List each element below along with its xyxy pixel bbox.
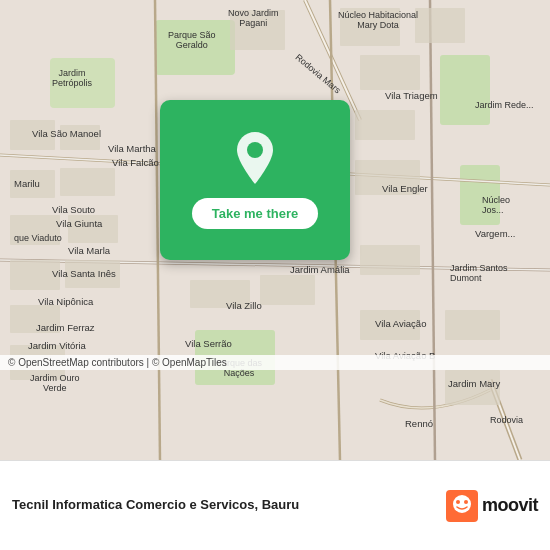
footer: Tecnil Informatica Comercio e Servicos, … <box>0 460 550 550</box>
svg-rect-25 <box>10 305 60 333</box>
map-container: Núcleo HabitacionalMary Dota Novo Jardim… <box>0 0 550 460</box>
footer-text: Tecnil Informatica Comercio e Servicos, … <box>12 496 446 514</box>
svg-point-45 <box>453 495 471 513</box>
svg-rect-4 <box>440 55 490 125</box>
svg-rect-21 <box>10 215 60 245</box>
svg-rect-40 <box>230 10 285 50</box>
moovit-face-icon <box>446 490 478 522</box>
svg-rect-20 <box>60 168 115 196</box>
moovit-brand-text: moovit <box>482 495 538 516</box>
svg-rect-17 <box>10 120 55 150</box>
destination-title: Tecnil Informatica Comercio e Servicos, … <box>12 496 446 514</box>
svg-rect-22 <box>68 215 118 243</box>
svg-rect-36 <box>360 245 420 275</box>
svg-rect-33 <box>360 55 420 90</box>
svg-rect-39 <box>445 370 500 405</box>
directions-card: Take me there <box>160 100 350 260</box>
svg-rect-31 <box>190 280 250 308</box>
svg-rect-2 <box>50 58 115 108</box>
svg-rect-35 <box>355 160 420 195</box>
svg-rect-23 <box>10 260 60 290</box>
take-me-there-button[interactable]: Take me there <box>192 198 318 229</box>
svg-rect-1 <box>155 20 235 75</box>
svg-rect-5 <box>460 165 500 225</box>
svg-rect-19 <box>10 170 55 198</box>
svg-rect-18 <box>60 125 100 150</box>
svg-rect-24 <box>65 260 120 288</box>
svg-rect-42 <box>415 8 465 43</box>
svg-rect-37 <box>360 310 420 340</box>
svg-rect-38 <box>445 310 500 340</box>
svg-rect-32 <box>260 275 315 305</box>
svg-point-43 <box>247 142 263 158</box>
svg-point-47 <box>464 500 468 504</box>
svg-rect-41 <box>340 8 400 46</box>
map-attribution: © OpenStreetMap contributors | © OpenMap… <box>0 355 550 370</box>
location-pin-icon <box>233 132 277 184</box>
svg-point-46 <box>456 500 460 504</box>
moovit-logo[interactable]: moovit <box>446 490 538 522</box>
svg-rect-34 <box>355 110 415 140</box>
